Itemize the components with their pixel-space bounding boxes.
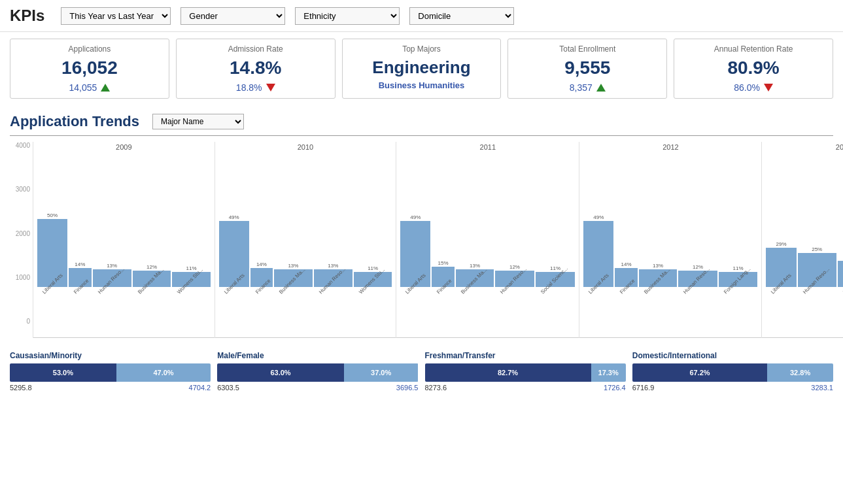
kpi-enrollment-value: 9,555 bbox=[516, 58, 659, 78]
ratio-segment-dark: 53.0% bbox=[10, 363, 116, 382]
year-group-2013: 201329%Liberal Arts25%Human Reso...19%Fi… bbox=[762, 142, 843, 338]
kpi-section: Applications 16,052 14,055 Admission Rat… bbox=[0, 32, 843, 105]
bar-percentage: 13% bbox=[653, 263, 663, 269]
page-title: KPIs bbox=[10, 7, 44, 25]
bar-wrap: 13%Business Ma... bbox=[639, 263, 677, 324]
bar-wrap: 50%Liberal Arts bbox=[37, 212, 67, 324]
bar-percentage: 14% bbox=[75, 261, 85, 267]
ratio-num-1: 5295.8 bbox=[10, 384, 32, 392]
kpi-enrollment-sub: 8,357 bbox=[516, 82, 659, 93]
bar-percentage: 11% bbox=[186, 265, 196, 271]
bar-percentage: 29% bbox=[776, 241, 786, 247]
kpi-retention-label: Annual Retention Rate bbox=[682, 44, 825, 54]
bar-wrap: 49%Liberal Arts bbox=[219, 214, 249, 324]
bar-percentage: 14% bbox=[621, 261, 632, 267]
bar-percentage: 25% bbox=[812, 246, 822, 252]
ratio-card-2: Freshman/Transfer82.7%17.3%8273.61726.4 bbox=[425, 351, 626, 392]
ratio-title: Freshman/Transfer bbox=[425, 351, 626, 360]
arrow-down-icon bbox=[266, 84, 275, 92]
bar-percentage: 49% bbox=[229, 214, 239, 220]
kpi-admission-label: Admission Rate bbox=[184, 44, 327, 54]
ratio-numbers: 5295.84704.2 bbox=[10, 384, 211, 392]
ratio-num-2: 3283.1 bbox=[811, 384, 833, 392]
bar-percentage: 11% bbox=[733, 265, 744, 271]
ratio-title: Domestic/International bbox=[632, 351, 833, 360]
arrow-up-icon-2 bbox=[596, 84, 606, 92]
ratio-segment-light: 37.0% bbox=[344, 363, 419, 382]
bar-percentage: 13% bbox=[328, 263, 338, 269]
ratio-title: Male/Female bbox=[217, 351, 418, 360]
bar-wrap: 13%Human Reso... bbox=[314, 263, 353, 324]
ratio-card-3: Domestic/International67.2%32.8%6716.932… bbox=[632, 351, 833, 392]
kpi-enrollment: Total Enrollment 9,555 8,357 bbox=[508, 39, 667, 99]
bar-percentage: 12% bbox=[693, 264, 703, 270]
bar-percentage: 13% bbox=[107, 263, 117, 269]
kpi-applications-sub: 14,055 bbox=[18, 82, 161, 93]
bar-wrap: 13%Business Ma... bbox=[456, 263, 494, 324]
kpi-applications-label: Applications bbox=[18, 44, 161, 54]
bottom-section: Causasian/Minority53.0%47.0%5295.84704.2… bbox=[0, 348, 843, 395]
bars-row-2013: 29%Liberal Arts25%Human Reso...19%Financ… bbox=[765, 154, 843, 324]
ethnicity-filter[interactable]: Ethnicity bbox=[295, 7, 400, 25]
kpi-admission-rate: Admission Rate 14.8% 18.8% bbox=[176, 39, 335, 99]
kpi-majors-label: Top Majors bbox=[351, 44, 493, 54]
bars-row-2012: 49%Liberal Arts14%Finance13%Business Ma.… bbox=[582, 154, 759, 324]
ratio-card-1: Male/Female63.0%37.0%6303.53696.5 bbox=[217, 351, 418, 392]
ratio-numbers: 6303.53696.5 bbox=[217, 384, 418, 392]
ratio-segment-dark: 82.7% bbox=[425, 363, 591, 382]
bar-percentage: 13% bbox=[470, 263, 480, 269]
bar-percentage: 49% bbox=[410, 214, 421, 220]
ratio-bar: 82.7%17.3% bbox=[425, 363, 626, 382]
ratio-segment-light: 17.3% bbox=[591, 363, 626, 382]
kpi-admission-sub: 18.8% bbox=[184, 82, 327, 93]
kpi-applications: Applications 16,052 14,055 bbox=[10, 39, 169, 99]
ratio-num-1: 6716.9 bbox=[632, 384, 655, 392]
year-label-2012: 2012 bbox=[582, 143, 759, 151]
ratio-segment-light: 32.8% bbox=[767, 363, 833, 382]
ratio-card-0: Causasian/Minority53.0%47.0%5295.84704.2 bbox=[10, 351, 211, 392]
ratio-title: Causasian/Minority bbox=[10, 351, 211, 360]
y-label-2000: 2000 bbox=[10, 230, 30, 237]
y-label-1000: 1000 bbox=[10, 274, 30, 281]
ratio-num-2: 4704.2 bbox=[189, 384, 211, 392]
bar-percentage: 11% bbox=[368, 265, 378, 271]
ratio-bar: 53.0%47.0% bbox=[10, 363, 211, 382]
bar-percentage: 49% bbox=[593, 214, 604, 220]
kpi-enrollment-label: Total Enrollment bbox=[516, 44, 659, 54]
ratio-num-2: 1726.4 bbox=[604, 384, 626, 392]
ratio-num-1: 6303.5 bbox=[217, 384, 239, 392]
ratio-segment-dark: 67.2% bbox=[632, 363, 767, 382]
kpi-majors-sub: Business Humanities bbox=[351, 80, 493, 90]
bar-wrap: 13%Business Ma... bbox=[274, 263, 312, 324]
ratio-segment-light: 47.0% bbox=[116, 363, 211, 382]
ratio-bar: 63.0%37.0% bbox=[217, 363, 418, 382]
bar-wrap: 49%Liberal Arts bbox=[400, 214, 430, 324]
ratio-num-2: 3696.5 bbox=[396, 384, 419, 392]
year-group-2010: 201049%Liberal Arts14%Finance13%Business… bbox=[215, 142, 397, 338]
time-filter[interactable]: This Year vs Last Year bbox=[61, 7, 171, 25]
trends-title: Application Trends bbox=[10, 113, 139, 130]
domicile-filter[interactable]: Domicile bbox=[409, 7, 514, 25]
major-filter[interactable]: Major Name bbox=[152, 114, 244, 129]
year-label-2011: 2011 bbox=[399, 143, 576, 151]
kpi-admission-value: 14.8% bbox=[184, 58, 327, 78]
bar-wrap: 29%Liberal Arts bbox=[766, 241, 796, 324]
ratio-numbers: 6716.93283.1 bbox=[632, 384, 833, 392]
y-label-4000: 4000 bbox=[10, 142, 30, 149]
arrow-down-icon-2 bbox=[764, 84, 773, 92]
ratio-segment-dark: 63.0% bbox=[217, 363, 344, 382]
year-label-2013: 2013 bbox=[765, 143, 843, 151]
section-divider bbox=[10, 135, 833, 136]
bar-wrap: 49%Liberal Arts bbox=[583, 214, 613, 324]
header: KPIs This Year vs Last Year Gender Ethni… bbox=[0, 0, 843, 32]
year-group-2011: 201149%Liberal Arts15%Finance13%Business… bbox=[396, 142, 579, 338]
bar-percentage: 12% bbox=[146, 264, 157, 270]
gender-filter[interactable]: Gender bbox=[181, 7, 285, 25]
arrow-up-icon bbox=[101, 84, 110, 92]
ratio-bar: 67.2%32.8% bbox=[632, 363, 833, 382]
bars-row-2011: 49%Liberal Arts15%Finance13%Business Ma.… bbox=[399, 154, 576, 324]
bar-percentage: 50% bbox=[47, 212, 58, 218]
ratio-numbers: 8273.61726.4 bbox=[425, 384, 626, 392]
year-group-2009: 200950%Liberal Arts14%Finance13%Human Re… bbox=[33, 142, 215, 338]
kpi-majors-main: Engineering bbox=[351, 58, 493, 78]
